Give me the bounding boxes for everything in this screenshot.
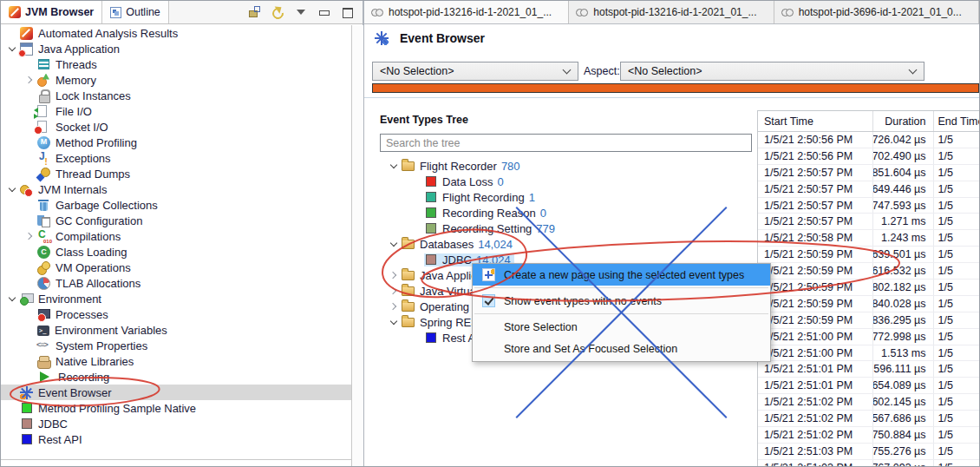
search-input[interactable] — [380, 134, 752, 152]
editor-tab-1[interactable]: hotspot-pid-13216-id-1-2021_01_... — [364, 1, 569, 23]
cell-end: 1/5 — [934, 148, 979, 164]
event-type-flight-recorder[interactable]: Flight Recorder780 — [372, 158, 754, 174]
jvm-browser-panel: JVM Browser Outline Automated Analysis R… — [1, 1, 364, 467]
sidebar-item-jdbc[interactable]: JDBC — [1, 416, 351, 431]
sidebar-item-native-libraries[interactable]: Native Libraries — [1, 353, 351, 369]
chevron-expanded-icon[interactable] — [8, 44, 16, 53]
cell-start: 1/5/21 2:50:58 PM — [758, 230, 873, 246]
table-row[interactable]: 1/5/21 2:51:00 PM772.998 µs1/5 — [758, 329, 979, 345]
sidebar-item-java-application[interactable]: Java Application — [1, 41, 351, 56]
table-row[interactable]: 1/5/21 2:51:02 PM602.145 µs1/5 — [758, 394, 979, 411]
event-count: 780 — [501, 160, 520, 173]
chevron-collapsed-icon[interactable] — [25, 232, 34, 240]
event-color-swatch — [426, 332, 436, 343]
editor-tab-3[interactable]: hotspot-pid-3696-id-1-2021_01_0... — [774, 1, 979, 23]
view-menu-icon[interactable] — [295, 6, 307, 18]
chevron-expanded-icon[interactable] — [8, 185, 16, 194]
table-row[interactable]: 1/5/21 2:51:02 PM750.884 µs1/5 — [758, 427, 979, 444]
table-row[interactable]: 1/5/21 2:50:59 PM802.182 µs1/5 — [758, 280, 979, 296]
table-row[interactable]: 1/5/21 2:50:56 PM726.042 µs1/5 — [758, 132, 979, 148]
table-row[interactable]: 1/5/21 2:50:58 PM1.243 ms1/5 — [758, 230, 979, 247]
sidebar-item-class-loading[interactable]: Class Loading — [1, 244, 351, 260]
cell-end: 1/5 — [934, 361, 979, 377]
table-row[interactable]: 1/5/21 2:50:57 PM747.593 µs1/5 — [758, 198, 979, 214]
sidebar-item-method-profiling[interactable]: Method Profiling — [1, 135, 351, 150]
sidebar-item-method-profiling-sample-native[interactable]: Method Profiling Sample Native — [1, 400, 351, 416]
sidebar-item-garbage-collections[interactable]: Garbage Collections — [1, 197, 351, 213]
sidebar-item-file-i-o[interactable]: File I/O — [1, 103, 351, 119]
range-navigator-bar[interactable] — [372, 83, 979, 93]
menu-item-create-a-new-page-using-the-selected-event-types[interactable]: Create a new page using the selected eve… — [473, 264, 770, 286]
sidebar-item-thread-dumps[interactable]: Thread Dumps — [1, 166, 351, 181]
table-row[interactable]: 1/5/21 2:50:59 PM639.501 µs1/5 — [758, 247, 979, 263]
tab-jvm-browser[interactable]: JVM Browser — [1, 1, 102, 23]
folder-icon — [402, 302, 415, 312]
sidebar-item-processes[interactable]: Processes — [1, 306, 351, 322]
sidebar-item-recording[interactable]: Recording — [1, 369, 351, 385]
table-row[interactable]: 1/5/21 2:50:57 PM851.604 µs1/5 — [758, 165, 979, 181]
jvm-browser-tree: Automated Analysis ResultsJava Applicati… — [1, 25, 351, 459]
table-row[interactable]: 1/5/21 2:50:57 PM649.446 µs1/5 — [758, 181, 979, 198]
page-title: Event Browser — [375, 31, 485, 45]
link-with-editor-icon[interactable] — [248, 6, 260, 18]
table-row[interactable]: 1/5/21 2:51:01 PM596.111 µs1/5 — [758, 361, 979, 378]
item-label: Data Loss — [442, 175, 493, 188]
cell-end: 1/5 — [934, 444, 979, 459]
table-row[interactable]: 1/5/21 2:51:02 PM567.686 µs1/5 — [758, 411, 979, 427]
chevron-collapsed-icon[interactable] — [389, 271, 398, 280]
tab-outline[interactable]: Outline — [102, 1, 169, 23]
sidebar-item-automated-analysis-results[interactable]: Automated Analysis Results — [1, 25, 351, 41]
sidebar-item-compilations[interactable]: Compilations — [1, 228, 351, 244]
sidebar-item-rest-api[interactable]: Rest API — [1, 431, 351, 447]
event-count: 0 — [498, 175, 504, 188]
sidebar-scrollbar[interactable] — [351, 25, 363, 467]
editor-tab-2[interactable]: hotspot-pid-13216-id-1-2021_01_... — [569, 1, 774, 23]
chevron-expanded-icon[interactable] — [389, 161, 398, 170]
chevron-collapsed-icon[interactable] — [389, 286, 398, 295]
table-row[interactable]: 1/5/21 2:51:00 PM1.513 ms1/5 — [758, 345, 979, 362]
sidebar-item-exceptions[interactable]: Exceptions — [1, 150, 351, 166]
table-row[interactable]: 1/5/21 2:51:01 PM654.089 µs1/5 — [758, 378, 979, 394]
table-row[interactable]: 1/5/21 2:50:59 PM836.295 µs1/5 — [758, 312, 979, 329]
sidebar-item-gc-configuration[interactable]: GC Configuration — [1, 213, 351, 228]
table-row[interactable]: 1/5/21 2:50:59 PM616.532 µs1/5 — [758, 263, 979, 280]
chevron-collapsed-icon[interactable] — [389, 302, 398, 311]
curved-arrow-icon[interactable] — [271, 6, 284, 18]
maximize-icon[interactable] — [342, 6, 354, 18]
table-row[interactable]: 1/5/21 2:50:57 PM1.271 ms1/5 — [758, 214, 979, 230]
column-header-duration[interactable]: Duration — [873, 111, 933, 131]
item-label: Rest API — [38, 433, 82, 446]
item-label: Flight Recording — [442, 191, 525, 204]
aspect-selector[interactable]: <No Selection> — [620, 62, 924, 81]
column-header-end-time[interactable]: End Time — [934, 111, 979, 131]
chevron-collapsed-icon[interactable] — [25, 76, 34, 84]
sidebar-item-lock-instances[interactable]: Lock Instances — [1, 88, 351, 103]
chevron-expanded-icon[interactable] — [389, 318, 398, 326]
table-row[interactable]: 1/5/21 2:51:03 PM767.093 µs1/5 — [758, 460, 979, 466]
item-content: Automated Analysis Results — [20, 27, 178, 40]
sidebar-item-event-browser[interactable]: Event Browser — [1, 385, 351, 400]
event-type-selector[interactable]: <No Selection> — [372, 62, 578, 81]
item-label: Environment Variables — [55, 324, 167, 337]
sys-props-icon — [37, 339, 50, 352]
sidebar-item-environment[interactable]: Environment — [1, 291, 351, 306]
sidebar-item-tlab-allocations[interactable]: TLAB Allocations — [1, 275, 351, 291]
sidebar-item-environment-variables[interactable]: Environment Variables — [1, 322, 351, 338]
column-header-start-time[interactable]: Start Time — [758, 111, 873, 131]
sidebar-item-threads[interactable]: Threads — [1, 56, 351, 72]
chevron-expanded-icon[interactable] — [8, 294, 16, 303]
chevron-expanded-icon[interactable] — [389, 240, 398, 248]
cell-duration: 639.501 µs — [873, 247, 933, 262]
table-row[interactable]: 1/5/21 2:50:59 PM840.028 µs1/5 — [758, 296, 979, 312]
item-label: Databases — [420, 238, 474, 251]
table-row[interactable]: 1/5/21 2:50:56 PM702.490 µs1/5 — [758, 148, 979, 165]
sidebar-item-socket-i-o[interactable]: Socket I/O — [1, 119, 351, 135]
item-label: System Properties — [56, 339, 147, 352]
sidebar-item-memory[interactable]: Memory — [1, 72, 351, 88]
sidebar-item-system-properties[interactable]: System Properties — [1, 338, 351, 353]
minimize-icon[interactable] — [318, 6, 330, 18]
sidebar-item-jvm-internals[interactable]: JVM Internals — [1, 181, 351, 197]
jmc-icon — [9, 6, 21, 18]
table-row[interactable]: 1/5/21 2:51:03 PM755.276 µs1/5 — [758, 444, 979, 460]
sidebar-item-vm-operations[interactable]: VM Operations — [1, 260, 351, 275]
